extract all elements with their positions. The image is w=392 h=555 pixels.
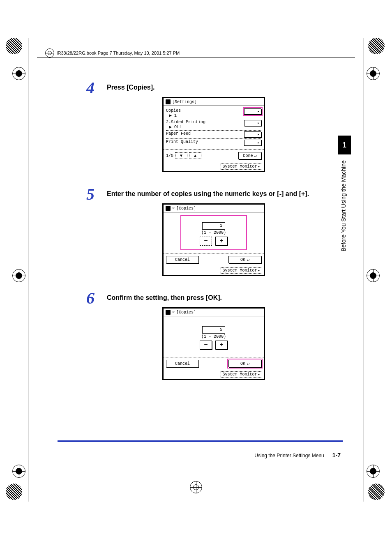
twosided-label: 2-Sided Printing [166, 120, 205, 124]
step-6-text: Confirm the setting, then press [OK]. [99, 288, 329, 302]
ok-button[interactable]: OK [228, 256, 261, 263]
copies-entry-area: 1 (1 - 2000) − + [182, 216, 246, 249]
step-5: 5 Enter the number of copies using the n… [99, 184, 329, 276]
book-header: iR33/28/22RG.book Page 7 Thursday, May 1… [45, 48, 347, 58]
copies-enter-button[interactable] [244, 108, 261, 115]
page-up-button[interactable]: ▲ [189, 152, 201, 159]
printer-icon [166, 206, 171, 211]
book-header-text: iR33/28/22RG.book Page 7 Thursday, May 1… [57, 51, 180, 55]
chapter-title: Before You Start Using the Machine [340, 159, 348, 253]
system-monitor-button[interactable]: System Monitor [221, 371, 262, 378]
step-4: 4 Press [Copies]. [Settings] Copies ▶ 1 … [99, 78, 329, 172]
footer-section: Using the Printer Settings Menu [254, 453, 324, 458]
step-4-number: 4 [86, 78, 95, 97]
ok-label: OK [240, 258, 245, 262]
printer-icon [166, 99, 171, 104]
quality-enter-button[interactable] [244, 140, 261, 146]
chapter-tab: 1 [338, 136, 351, 154]
settings-row-paper: Paper Feed [166, 130, 261, 138]
paper-label: Paper Feed [166, 131, 191, 136]
reg-side-ml [12, 269, 25, 282]
copies-value-field-2[interactable]: 5 [202, 326, 225, 334]
settings-row-2sided: 2-Sided Printing ▶ Off [166, 119, 261, 130]
minus-button[interactable]: − [200, 237, 212, 246]
hand-icon: ☞ [172, 310, 175, 315]
lcd-copies1-title: [Copies] [176, 206, 196, 211]
cancel-button-2[interactable]: Cancel [166, 360, 199, 367]
crop-line-r2 [359, 38, 359, 502]
copies-entry-area-2: 5 (1 - 2000) − + [182, 320, 246, 353]
twosided-enter-button[interactable] [244, 120, 261, 126]
crop-line-r1 [364, 38, 364, 502]
crop-line-l1 [28, 38, 28, 502]
lcd-copies-panel-1: ☞ [Copies] 1 (1 - 2000) − + Cancel OK [162, 203, 265, 276]
page-down-button[interactable]: ▼ [175, 152, 187, 159]
page-controls: 1/5 ▼ ▲ [166, 152, 201, 159]
chapter-number: 1 [342, 141, 346, 150]
reg-side-tl [12, 67, 25, 80]
crop-line-l2 [33, 38, 33, 502]
ok-button-2[interactable]: OK [228, 360, 261, 367]
lcd-settings-panel: [Settings] Copies ▶ 1 2-Sided Printing ▶… [162, 97, 265, 172]
step-4-text: Press [Copies]. [99, 78, 329, 91]
footer-page: 1-7 [332, 452, 341, 458]
system-monitor-button[interactable]: System Monitor [221, 267, 262, 274]
copies-range-2: (1 - 2000) [182, 334, 246, 339]
reg-side-bl [12, 465, 25, 478]
book-header-icon [45, 48, 54, 58]
footer: Using the Printer Settings Menu 1-7 [254, 452, 341, 458]
ok-label-2: OK [240, 362, 245, 366]
paper-enter-button[interactable] [244, 131, 261, 138]
footer-rule [58, 440, 343, 442]
lcd-copies1-header: ☞ [Copies] [164, 205, 264, 212]
done-label: Done [243, 154, 253, 158]
copies-range: (1 - 2000) [182, 230, 246, 235]
reg-side-tr [367, 67, 380, 80]
lcd-settings-title: [Settings] [172, 100, 197, 104]
plus-button[interactable]: + [215, 237, 228, 246]
system-monitor-button[interactable]: System Monitor [221, 164, 262, 170]
reg-side-br [367, 465, 380, 478]
twosided-value: ▶ Off [166, 125, 205, 130]
lcd-settings-header: [Settings] [164, 98, 264, 106]
settings-row-copies: Copies ▶ 1 [166, 108, 261, 119]
reg-mark-tl [6, 38, 24, 56]
step-5-number: 5 [86, 184, 95, 204]
system-monitor-label: System Monitor [223, 268, 257, 273]
done-button[interactable]: Done [238, 152, 261, 159]
printer-icon [166, 310, 171, 315]
reg-mark-bl [6, 484, 24, 502]
return-icon [254, 153, 256, 158]
quality-label: Print Quality [166, 140, 198, 145]
copies-value-field[interactable]: 1 [202, 222, 225, 230]
copies-value: ▶ 1 [166, 113, 181, 118]
lcd-copies2-header: ☞ [Copies] [164, 309, 264, 316]
page-indicator: 1/5 [166, 154, 173, 158]
cancel-button[interactable]: Cancel [166, 256, 199, 263]
reg-mark-tr [368, 38, 386, 56]
hand-icon: ☞ [172, 206, 175, 211]
reg-side-mr [367, 269, 380, 282]
reg-mark-br [368, 484, 386, 502]
lcd-copies2-title: [Copies] [176, 310, 196, 315]
copies-label: Copies [166, 108, 181, 113]
book-header-rule [37, 58, 355, 58]
system-monitor-label: System Monitor [223, 372, 257, 377]
cancel-label-2: Cancel [175, 362, 190, 366]
system-monitor-label: System Monitor [223, 164, 257, 169]
step-6-number: 6 [86, 288, 95, 308]
lcd-copies-panel-2: ☞ [Copies] 5 (1 - 2000) − + Cancel OK [162, 307, 265, 380]
step-6: 6 Confirm the setting, then press [OK]. … [99, 288, 329, 380]
step-5-text: Enter the number of copies using the num… [99, 184, 329, 198]
plus-button-2[interactable]: + [215, 341, 228, 350]
minus-button-2[interactable]: − [200, 341, 212, 350]
settings-row-quality: Print Quality [166, 138, 261, 147]
reg-bottom-center [190, 481, 202, 493]
cancel-label: Cancel [175, 258, 190, 262]
